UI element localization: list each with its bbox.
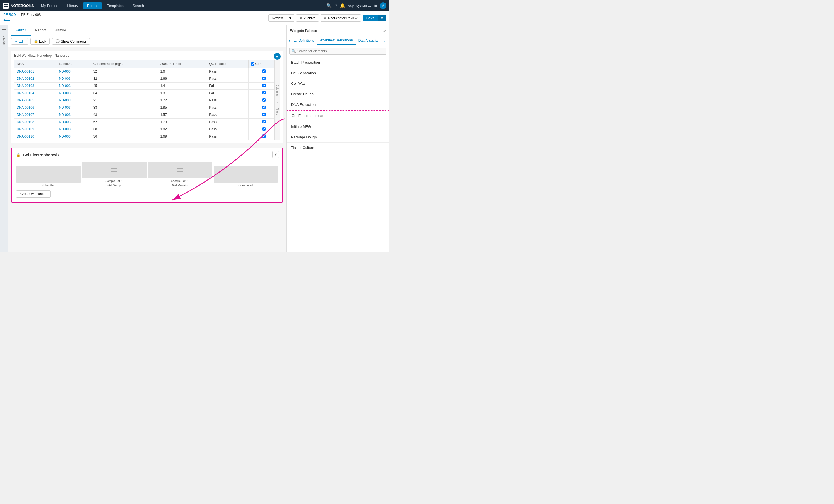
widgets-search-input[interactable]	[289, 47, 387, 55]
nanod-cell[interactable]: ND-003	[57, 125, 91, 133]
filter-icon[interactable]: ▽	[276, 100, 279, 103]
columns-label[interactable]: Columns	[276, 84, 279, 97]
show-comments-button[interactable]: 💬 Show Comments	[52, 38, 90, 45]
tab-data-visualization[interactable]: Data Visualiz...	[355, 37, 383, 45]
tab-report[interactable]: Report	[30, 25, 50, 36]
save-button[interactable]: Save	[363, 15, 378, 21]
tab-model-definitions[interactable]: ...l Definitions	[291, 37, 317, 45]
col-qc: QC Results	[207, 60, 248, 68]
request-review-button[interactable]: ✏ Request for Review	[321, 15, 361, 22]
conc-cell: 38	[91, 125, 158, 133]
ratio-cell: 1.66	[158, 75, 207, 82]
dna-cell[interactable]: DNA-00105	[15, 97, 57, 104]
dna-cell[interactable]: DNA-00107	[15, 111, 57, 118]
nav-my-entries[interactable]: My Entries	[37, 2, 62, 9]
step-completed: Completed	[214, 166, 278, 187]
gel-electrophoresis-block: 🔒 Gel Electrophoresis ⤢ Submitted	[11, 148, 283, 203]
nanod-cell[interactable]: ND-003	[57, 111, 91, 118]
tab-history[interactable]: History	[50, 25, 70, 36]
widgets-header: Widgets Palette »	[287, 25, 389, 36]
workflow-table-wrapper: DNA NanoD... Concentration (ng/... 260:2…	[14, 60, 280, 140]
app-logo[interactable]: NOTEBOOKS	[3, 2, 34, 8]
nanod-cell[interactable]: ND-003	[57, 68, 91, 75]
col-ratio: 260:280 Ratio	[158, 60, 207, 68]
dna-cell[interactable]: DNA-00109	[15, 125, 57, 133]
step-gel-setup-box	[82, 162, 147, 178]
widget-batch-preparation[interactable]: Batch Preparation	[287, 57, 389, 68]
breadcrumb-separator: >	[18, 13, 19, 17]
nanod-cell[interactable]: ND-003	[57, 75, 91, 82]
nav-entries[interactable]: Entries	[83, 2, 102, 9]
col-dna: DNA	[15, 60, 57, 68]
notification-icon[interactable]: 🔔	[340, 3, 346, 8]
nanod-cell[interactable]: ND-003	[57, 82, 91, 89]
widgets-tab-next[interactable]: ›	[383, 36, 387, 45]
step-gel-results-label: Gel Results	[172, 184, 188, 187]
widget-initiate-mfg[interactable]: Initiate MFG	[287, 121, 389, 132]
tab-workflow-definitions[interactable]: Workflow Definitions	[317, 36, 355, 45]
breadcrumb-parent[interactable]: PE R&D	[3, 13, 16, 17]
ratio-cell: 1.69	[158, 133, 207, 140]
col-concentration: Concentration (ng/...	[91, 60, 158, 68]
gel-expand-button[interactable]: ⤢	[272, 151, 279, 158]
nav-library[interactable]: Library	[63, 2, 82, 9]
user-avatar-icon[interactable]: A	[380, 2, 387, 9]
dna-cell[interactable]: DNA-00104	[15, 89, 57, 97]
nanod-cell[interactable]: ND-003	[57, 104, 91, 111]
dna-cell[interactable]: DNA-00110	[15, 133, 57, 140]
conc-cell: 48	[91, 111, 158, 118]
dna-cell[interactable]: DNA-00102	[15, 75, 57, 82]
back-button[interactable]: ⟵	[3, 17, 41, 23]
workflow-title: ELN Workflow: Nanodrop : Nanodrop	[14, 54, 280, 58]
review-button[interactable]: Review	[268, 15, 286, 22]
step-submitted-box	[16, 166, 81, 183]
breadcrumb-bar: PE R&D > PE Entry 003 ⟵ Review ▼ 🗑 Archi…	[0, 11, 389, 25]
widget-dna-extraction[interactable]: DNA Extraction	[287, 99, 389, 110]
nanod-cell[interactable]: ND-003	[57, 97, 91, 104]
table-row: DNA-00102 ND-003 32 1.66 Pass	[15, 75, 280, 82]
nav-templates[interactable]: Templates	[103, 2, 127, 9]
archive-button[interactable]: 🗑 Archive	[296, 15, 319, 22]
widget-gel-electrophoresis[interactable]: Gel Electrophoresis	[287, 110, 389, 121]
widgets-tab-prev[interactable]: ‹	[288, 36, 291, 45]
help-icon[interactable]: ?	[335, 3, 337, 8]
widget-tissue-culture[interactable]: Tissue Culture	[287, 142, 389, 153]
hamburger-icon	[2, 29, 6, 30]
review-dropdown-button[interactable]: ▼	[286, 15, 294, 22]
edit-button[interactable]: ✏ Edit	[11, 38, 28, 45]
nanod-cell[interactable]: ND-003	[57, 89, 91, 97]
dna-cell[interactable]: DNA-00103	[15, 82, 57, 89]
ratio-cell: 1.57	[158, 111, 207, 118]
conc-cell: 32	[91, 75, 158, 82]
lock-button[interactable]: 🔒 Lock	[30, 38, 50, 45]
workflow-block: ELN Workflow: Nanodrop : Nanodrop ≡ DNA …	[11, 50, 283, 143]
filters-label[interactable]: Filters	[276, 107, 279, 116]
search-icon[interactable]: 🔍	[326, 3, 332, 8]
create-worksheet-button[interactable]: Create worksheet	[16, 190, 50, 198]
dna-cell[interactable]: DNA-00108	[15, 118, 57, 125]
nanod-cell[interactable]: ND-003	[57, 118, 91, 125]
edit-icon: ✏	[15, 40, 18, 43]
tab-bar: Editor Report History	[8, 25, 286, 36]
nav-right-area: 🔍 ? 🔔 esp | system admin A	[326, 2, 387, 9]
widgets-collapse-button[interactable]: »	[383, 28, 386, 33]
nanod-cell[interactable]: ND-003	[57, 133, 91, 140]
widget-cell-wash[interactable]: Cell Wash	[287, 78, 389, 89]
dna-cell[interactable]: DNA-00106	[15, 104, 57, 111]
tab-editor[interactable]: Editor	[11, 25, 30, 36]
workflow-menu-button[interactable]: ≡	[274, 53, 281, 60]
ratio-cell: 1.85	[158, 104, 207, 111]
workflow-table-scroll[interactable]: DNA NanoD... Concentration (ng/... 260:2…	[14, 60, 280, 140]
widget-package-dough[interactable]: Package Dough	[287, 132, 389, 142]
details-tab[interactable]: Details	[1, 33, 7, 47]
menu-icon: ≡	[276, 54, 278, 59]
widgets-list: Batch Preparation Cell Separation Cell W…	[287, 57, 389, 252]
com-header-checkbox[interactable]	[251, 62, 255, 66]
widgets-tabs: ‹ ...l Definitions Workflow Definitions …	[287, 36, 389, 45]
dna-cell[interactable]: DNA-00101	[15, 68, 57, 75]
widget-create-dough[interactable]: Create Dough	[287, 89, 389, 99]
save-dropdown-button[interactable]: ▼	[378, 15, 386, 21]
widget-cell-separation[interactable]: Cell Separation	[287, 68, 389, 78]
save-button-group: Save ▼	[363, 15, 386, 21]
nav-search[interactable]: Search	[129, 2, 148, 9]
